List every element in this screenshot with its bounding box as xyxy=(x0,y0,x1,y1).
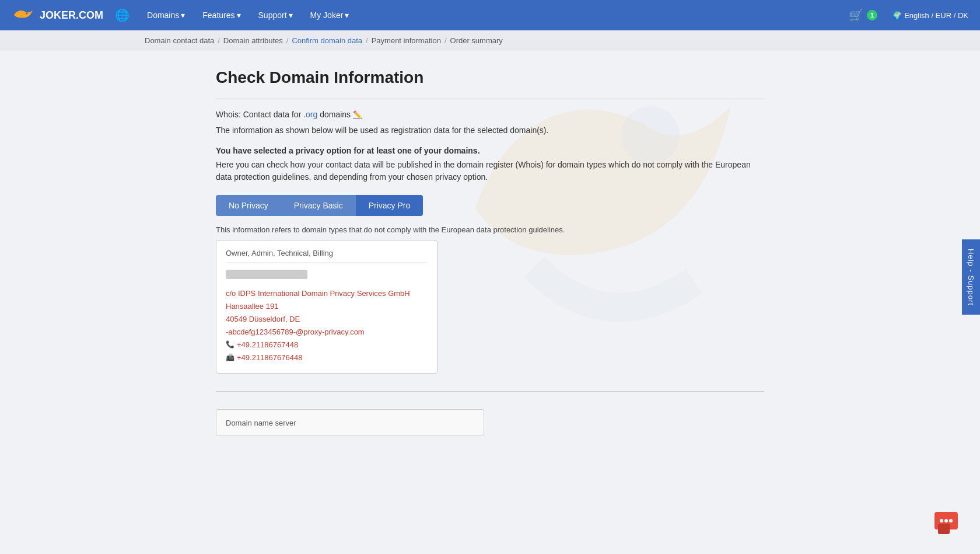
blurred-name xyxy=(226,270,307,279)
help-sidebar[interactable]: Help - Support xyxy=(962,239,980,315)
brand-logo[interactable]: JOKER.COM xyxy=(12,7,103,23)
nav-myjoker[interactable]: My Joker ▾ xyxy=(304,7,355,23)
info-text: This information refers to domain types … xyxy=(216,225,764,234)
privacy-tabs: No Privacy Privacy Basic Privacy Pro xyxy=(216,195,764,216)
section-divider xyxy=(216,391,764,392)
tab-privacy-basic[interactable]: Privacy Basic xyxy=(281,195,356,216)
page-content: Check Domain Information Whois: Contact … xyxy=(216,68,764,436)
language-selector[interactable]: 🌍 English / EUR / DK xyxy=(892,11,968,20)
dns-label: Domain name server xyxy=(226,419,296,427)
edit-icon[interactable]: ✏️ xyxy=(353,110,362,119)
brand-name: JOKER.COM xyxy=(40,9,103,22)
breadcrumb-sep-3: / xyxy=(366,36,368,45)
chevron-down-icon: ▾ xyxy=(237,11,241,20)
nav-support[interactable]: Support ▾ xyxy=(253,7,299,23)
privacy-note: Here you can check how your contact data… xyxy=(216,159,764,183)
main-container: Check Domain Information Whois: Contact … xyxy=(204,51,776,454)
contact-address-line3: 40549 Düsseldorf, DE xyxy=(226,313,428,326)
whois-tld-link[interactable]: .org xyxy=(303,110,317,119)
breadcrumb-sep-4: / xyxy=(444,36,447,45)
dns-section: Domain name server xyxy=(216,409,764,436)
privacy-note-bold: You have selected a privacy option for a… xyxy=(216,146,764,155)
tab-privacy-pro[interactable]: Privacy Pro xyxy=(356,195,424,216)
whois-section: Whois: Contact data for .org domains ✏️ … xyxy=(216,109,764,137)
title-divider xyxy=(216,99,764,99)
chevron-down-icon: ▾ xyxy=(345,11,349,20)
whois-label: Whois: Contact data for xyxy=(216,110,303,119)
breadcrumb-sep-1: / xyxy=(218,36,220,45)
breadcrumb-step-2[interactable]: Domain attributes xyxy=(223,36,283,45)
whois-desc: The information as shown below will be u… xyxy=(216,124,764,137)
nav-domains[interactable]: Domains ▾ xyxy=(141,7,191,23)
breadcrumb-step-4[interactable]: Payment information xyxy=(372,36,441,45)
contact-address-line1: c/o IDPS International Domain Privacy Se… xyxy=(226,287,428,300)
tab-no-privacy[interactable]: No Privacy xyxy=(216,195,281,216)
breadcrumb-step-1[interactable]: Domain contact data xyxy=(145,36,214,45)
chevron-down-icon: ▾ xyxy=(181,11,185,20)
dns-card: Domain name server xyxy=(216,409,484,436)
contact-phone: 📞 +49.21186767448 xyxy=(226,339,428,351)
fax-icon: 📠 xyxy=(226,351,235,363)
logo-icon xyxy=(12,7,35,23)
contact-address-line2: Hansaallee 191 xyxy=(226,300,428,313)
breadcrumb-step-3[interactable]: Confirm domain data xyxy=(292,36,362,45)
cart-icon: 🛒 xyxy=(849,8,863,22)
page-title: Check Domain Information xyxy=(216,68,764,87)
breadcrumb-step-5[interactable]: Order summary xyxy=(450,36,503,45)
flag-icon: 🌍 xyxy=(892,11,902,20)
phone-icon: 📞 xyxy=(226,339,235,350)
breadcrumb-sep-2: / xyxy=(286,36,289,45)
navbar: JOKER.COM 🌐 Domains ▾ Features ▾ Support… xyxy=(0,0,980,30)
nav-features[interactable]: Features ▾ xyxy=(197,7,246,23)
chevron-down-icon: ▾ xyxy=(289,11,293,20)
card-header: Owner, Admin, Technical, Billing xyxy=(226,249,428,263)
whois-line: Whois: Contact data for .org domains ✏️ xyxy=(216,109,764,121)
contact-email: -abcdefg123456789-@proxy-privacy.com xyxy=(226,326,428,339)
cart-button[interactable]: 🛒 1 xyxy=(849,8,877,22)
cart-badge: 1 xyxy=(867,10,877,20)
contact-card: Owner, Admin, Technical, Billing c/o IDP… xyxy=(216,240,438,374)
contact-fax: 📠 +49.211867676448 xyxy=(226,351,428,364)
globe-icon[interactable]: 🌐 xyxy=(115,8,130,22)
svg-point-0 xyxy=(26,12,27,14)
breadcrumb: Domain contact data / Domain attributes … xyxy=(0,30,980,51)
